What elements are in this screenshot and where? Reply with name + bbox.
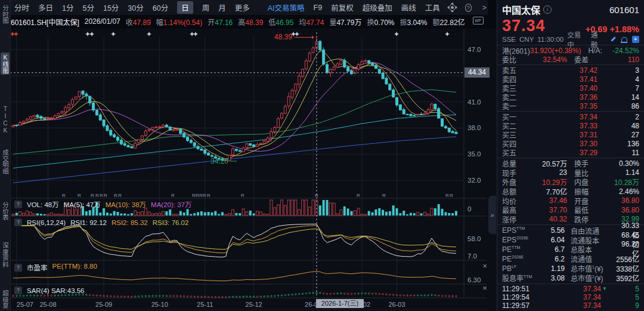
candle bbox=[123, 144, 126, 146]
r-marker: R bbox=[445, 193, 449, 198]
candle bbox=[78, 91, 80, 96]
candle bbox=[389, 84, 391, 90]
symbol-label: 601601.SH[中国太保] bbox=[11, 17, 79, 27]
volume-bar bbox=[298, 210, 301, 215]
field-label: 振 bbox=[400, 19, 407, 27]
financial-row: PBLF1.19总市值1(¥)3338亿 bbox=[502, 264, 639, 273]
level-price: 37.29 bbox=[526, 149, 597, 157]
sar-dot bbox=[194, 296, 195, 297]
add-watchlist-icon[interactable]: + bbox=[631, 35, 639, 43]
candle bbox=[406, 114, 408, 115]
bid-level-买二: 买二37.3348 bbox=[502, 121, 639, 130]
info-icon[interactable]: i bbox=[543, 5, 552, 14]
sar-dot bbox=[208, 296, 209, 297]
period-tab-更多[interactable]: 更多 bbox=[235, 2, 250, 13]
sidebar-item-6[interactable]: 深度资料 bbox=[1, 241, 10, 269]
axis-label: 6.30 bbox=[467, 276, 481, 284]
gear-icon[interactable] bbox=[449, 3, 456, 12]
toolbar-item-1[interactable]: AI交易策略 bbox=[268, 2, 305, 13]
field-value: 47.89 bbox=[133, 19, 151, 27]
sidebar-item-4[interactable]: 成交明细 bbox=[1, 148, 10, 175]
edit-icon[interactable] bbox=[609, 35, 617, 43]
level-label: 卖一 bbox=[502, 101, 526, 111]
toolbar-item-6[interactable]: 工具 bbox=[425, 2, 440, 13]
candle bbox=[232, 149, 234, 155]
x-axis-label: 25-08 bbox=[39, 301, 56, 308]
volume-bar bbox=[235, 213, 237, 215]
toolbar-item-5[interactable]: 画线 bbox=[401, 2, 416, 13]
sidebar-item-3[interactable]: TICK bbox=[1, 104, 10, 135]
help-icon[interactable]: ? bbox=[465, 4, 472, 12]
sar-dot bbox=[89, 294, 91, 295]
period-tab-分时[interactable]: 分时 bbox=[14, 2, 29, 13]
stat-value: 37.46 bbox=[516, 196, 567, 205]
candle bbox=[117, 137, 119, 140]
sar-dot bbox=[382, 293, 383, 294]
ohlc-field: 高48.39 bbox=[238, 17, 263, 27]
volume-bar bbox=[336, 214, 339, 215]
sar-dot bbox=[435, 294, 436, 295]
stat-label: 总量 bbox=[502, 158, 516, 168]
candle bbox=[64, 107, 67, 112]
period-tab-60分[interactable]: 60分 bbox=[153, 2, 168, 13]
volume-bar bbox=[221, 212, 224, 215]
level-price: 37.33 bbox=[526, 122, 597, 130]
toolbar-item-3[interactable]: 前复权 bbox=[331, 2, 354, 13]
fin-label: 流通值 bbox=[571, 254, 616, 264]
period-tab-30分[interactable]: 30分 bbox=[128, 2, 143, 13]
volume-bar bbox=[308, 207, 311, 215]
close-icon[interactable]: × bbox=[481, 262, 489, 270]
period-tab-多日[interactable]: 多日 bbox=[38, 2, 53, 13]
event-star-icon bbox=[14, 32, 18, 36]
period-tab-5分[interactable]: 5分 bbox=[82, 2, 94, 13]
toolbar-item-2[interactable]: F9 bbox=[314, 4, 323, 12]
volume-bar bbox=[155, 214, 157, 215]
sidebar-item-2[interactable]: K线图 bbox=[1, 53, 10, 75]
axis-label: 58.0 bbox=[467, 235, 481, 242]
candle bbox=[23, 121, 25, 122]
help-icon[interactable]: ? bbox=[14, 264, 22, 272]
sar-dot bbox=[92, 294, 94, 295]
period-tab-日[interactable]: 日 bbox=[177, 1, 193, 14]
horizontal-scrollbar[interactable] bbox=[11, 309, 488, 310]
sar-dot bbox=[330, 293, 331, 294]
volume-bar bbox=[451, 213, 454, 215]
sar-dot bbox=[26, 295, 27, 296]
volume-bar bbox=[382, 210, 384, 215]
volume-bar bbox=[214, 211, 216, 215]
volume-bar bbox=[16, 213, 18, 215]
help-icon[interactable]: ? bbox=[14, 201, 22, 208]
sidebar-item-1[interactable]: 分时图 bbox=[1, 4, 10, 25]
event-star-icon bbox=[111, 32, 116, 36]
period-tab-月[interactable]: 月 bbox=[218, 2, 226, 13]
volume-bar bbox=[110, 214, 112, 215]
ohlc-fields: 收47.89幅1.14%(0.54)开47.16高48.39低46.95均47.… bbox=[126, 17, 484, 27]
rsi-line bbox=[20, 224, 456, 257]
candle bbox=[364, 61, 367, 61]
sidebar-item-5[interactable]: 分价表 bbox=[1, 201, 10, 222]
fin-value: 5.56 bbox=[541, 226, 565, 235]
sar-dot bbox=[117, 295, 118, 297]
r-marker: R bbox=[207, 193, 210, 198]
rsi-header-item: RSI3: 76.02 bbox=[153, 219, 189, 226]
ha-premium: -24.52% bbox=[602, 47, 639, 55]
period-tab-1分[interactable]: 1分 bbox=[62, 2, 73, 13]
candle bbox=[350, 70, 352, 73]
help-icon[interactable]: ? bbox=[14, 218, 22, 226]
sar-dot bbox=[299, 293, 300, 294]
toolbar-item-4[interactable]: 超级叠加 bbox=[363, 2, 392, 13]
chevron-right-icon[interactable]: > bbox=[481, 3, 488, 12]
sidebar-item-7[interactable]: 超级复盘 bbox=[1, 288, 10, 311]
alert-bell-icon[interactable] bbox=[621, 35, 628, 43]
period-tab-周[interactable]: 周 bbox=[202, 2, 210, 13]
close-icon[interactable]: × bbox=[481, 284, 489, 292]
candle bbox=[277, 119, 280, 128]
period-tab-15分[interactable]: 15分 bbox=[103, 2, 119, 13]
sar-dot bbox=[65, 294, 66, 295]
volume-bar bbox=[371, 213, 374, 215]
help-icon[interactable]: ? bbox=[14, 287, 22, 294]
volume-bar bbox=[423, 213, 426, 215]
collapse-panel-handle[interactable]: » bbox=[488, 196, 496, 234]
axis-label: 38.0 bbox=[467, 124, 481, 131]
wp-monitor-icon[interactable]: WP bbox=[473, 17, 484, 24]
